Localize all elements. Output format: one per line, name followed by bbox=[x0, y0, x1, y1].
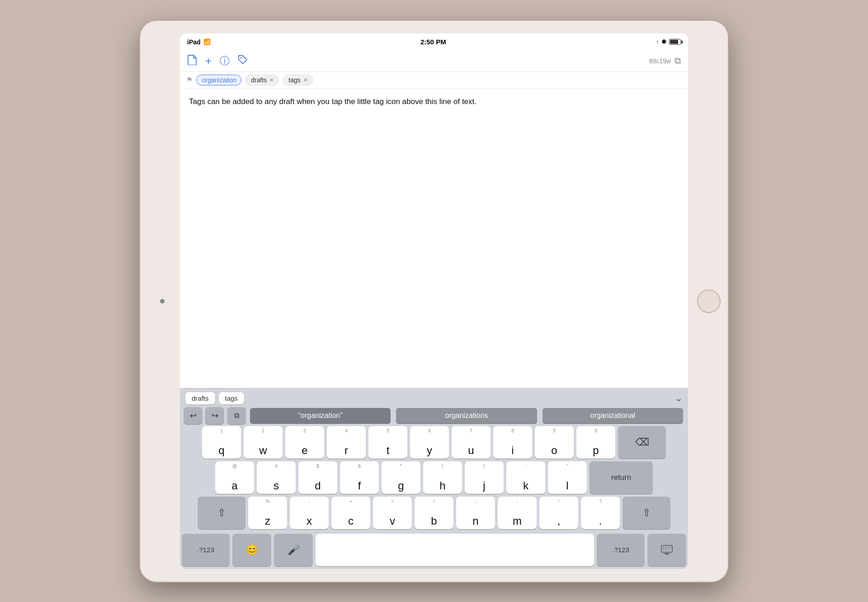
key-x[interactable]: -x bbox=[290, 497, 329, 529]
toolbar-left: + ⓘ bbox=[187, 54, 248, 68]
status-bar: iPad 📶 2:50 PM ↑ ✱ bbox=[180, 33, 688, 51]
status-time: 2:50 PM bbox=[420, 38, 446, 46]
return-key[interactable]: return bbox=[590, 461, 653, 494]
copy-button[interactable]: ⧉ bbox=[675, 56, 681, 66]
emoji-key[interactable]: 😊 bbox=[232, 534, 271, 566]
key-k[interactable]: 'k bbox=[506, 461, 545, 494]
key-n[interactable]: ;n bbox=[456, 497, 495, 529]
keyboard-chevron-down[interactable]: ⌄ bbox=[675, 393, 683, 403]
word-count-label: 89c19w bbox=[649, 57, 671, 65]
shift-key-left[interactable]: ⇧ bbox=[198, 497, 245, 529]
undo-button[interactable]: ↩ bbox=[184, 407, 203, 424]
svg-rect-1 bbox=[661, 545, 672, 552]
backspace-key[interactable]: ⌫ bbox=[618, 426, 666, 459]
key-m[interactable]: :m bbox=[498, 497, 537, 529]
key-comma[interactable]: !, bbox=[539, 497, 578, 529]
key-g[interactable]: *g bbox=[382, 461, 420, 494]
keyboard-rows: 1q 2w 3e 4r 5t 6y 7u 8i 9o 0p ⌫ @a #s $d bbox=[180, 426, 688, 534]
tags-bar: ⚑ organization drafts ✕ tags ✕ bbox=[180, 72, 688, 89]
tag-close-tags[interactable]: ✕ bbox=[303, 77, 308, 83]
wifi-icon: 📶 bbox=[203, 38, 211, 45]
shortcut-chip-drafts[interactable]: drafts bbox=[185, 392, 215, 404]
key-d[interactable]: $d bbox=[298, 461, 337, 494]
bottom-row: .?123 😊 🎤 .?123 bbox=[180, 534, 688, 569]
autocomplete-btn-1[interactable]: organizations bbox=[396, 408, 537, 423]
camera-dot bbox=[160, 299, 165, 303]
editor-area[interactable]: Tags can be added to any draft when you … bbox=[180, 89, 688, 388]
tag-close-drafts[interactable]: ✕ bbox=[269, 77, 274, 83]
bluetooth-icon: ✱ bbox=[661, 38, 666, 45]
key-q[interactable]: 1q bbox=[202, 426, 241, 459]
battery-icon bbox=[669, 39, 681, 45]
ipad-screen: iPad 📶 2:50 PM ↑ ✱ + bbox=[180, 33, 688, 569]
status-left: iPad 📶 bbox=[187, 38, 211, 46]
key-r[interactable]: 4r bbox=[327, 426, 366, 459]
key-c[interactable]: +c bbox=[331, 497, 370, 529]
shift-key-right[interactable]: ⇧ bbox=[623, 497, 670, 529]
home-button[interactable] bbox=[697, 289, 721, 313]
key-row-2: @a #s $d &f *g (h )j 'k "l return bbox=[182, 461, 686, 494]
redo-button[interactable]: ↪ bbox=[205, 407, 224, 424]
key-i[interactable]: 8i bbox=[493, 426, 532, 459]
tag-label-tags: tags bbox=[288, 76, 300, 84]
shortcut-tags: drafts tags bbox=[185, 392, 244, 404]
tag-chip-drafts[interactable]: drafts ✕ bbox=[245, 75, 279, 85]
paste-button[interactable]: ⧉ bbox=[227, 407, 246, 424]
key-a[interactable]: @a bbox=[215, 461, 254, 494]
key-row-3: ⇧ %z -x +c =v /b ;n :m !, ?. ⇧ bbox=[182, 497, 686, 529]
tag-label-organization: organization bbox=[202, 76, 236, 84]
key-u[interactable]: 7u bbox=[452, 426, 491, 459]
tag-chip-tags[interactable]: tags ✕ bbox=[283, 75, 312, 85]
shortcut-bar: drafts tags ⌄ bbox=[180, 389, 688, 406]
key-row-1: 1q 2w 3e 4r 5t 6y 7u 8i 9o 0p ⌫ bbox=[182, 426, 686, 459]
editor-content: Tags can be added to any draft when you … bbox=[189, 96, 679, 108]
ipad-frame: iPad 📶 2:50 PM ↑ ✱ + bbox=[140, 21, 728, 582]
add-button[interactable]: + bbox=[205, 55, 212, 67]
tag-label-drafts: drafts bbox=[251, 76, 267, 84]
key-f[interactable]: &f bbox=[340, 461, 379, 494]
space-key[interactable] bbox=[316, 534, 594, 566]
key-period[interactable]: ?. bbox=[581, 497, 620, 529]
new-doc-button[interactable] bbox=[187, 54, 197, 68]
info-button[interactable]: ⓘ bbox=[220, 54, 230, 68]
flag-icon: ⚑ bbox=[186, 76, 193, 84]
key-h[interactable]: (h bbox=[423, 461, 462, 494]
key-y[interactable]: 6y bbox=[410, 426, 449, 459]
key-p[interactable]: 0p bbox=[576, 426, 615, 459]
tag-button[interactable] bbox=[238, 55, 248, 67]
mic-key[interactable]: 🎤 bbox=[274, 534, 313, 566]
num-sym-key-right[interactable]: .?123 bbox=[597, 534, 645, 566]
keyboard-area: drafts tags ⌄ ↩ ↪ ⧉ “organization” organ… bbox=[180, 388, 688, 569]
key-b[interactable]: /b bbox=[415, 497, 453, 529]
num-sym-key-left[interactable]: .?123 bbox=[182, 534, 230, 566]
toolbar: + ⓘ 89c19w ⧉ bbox=[180, 51, 688, 72]
tag-chip-organization[interactable]: organization bbox=[196, 75, 241, 85]
device-name-label: iPad bbox=[187, 38, 201, 46]
key-z[interactable]: %z bbox=[248, 497, 287, 529]
key-o[interactable]: 9o bbox=[535, 426, 574, 459]
autocomplete-btn-2[interactable]: organizational bbox=[542, 408, 683, 423]
key-l[interactable]: "l bbox=[548, 461, 587, 494]
arrow-up-icon: ↑ bbox=[656, 39, 659, 45]
key-t[interactable]: 5t bbox=[368, 426, 407, 459]
status-right: ↑ ✱ bbox=[656, 38, 681, 45]
keyboard-dismiss-key[interactable] bbox=[647, 534, 686, 566]
autocomplete-btn-0[interactable]: “organization” bbox=[250, 408, 391, 423]
key-j[interactable]: )j bbox=[465, 461, 504, 494]
key-e[interactable]: 3e bbox=[285, 426, 324, 459]
key-s[interactable]: #s bbox=[257, 461, 296, 494]
toolbar-right: 89c19w ⧉ bbox=[649, 56, 681, 66]
key-w[interactable]: 2w bbox=[244, 426, 283, 459]
key-v[interactable]: =v bbox=[373, 497, 412, 529]
svg-point-0 bbox=[241, 57, 242, 58]
shortcut-chip-tags[interactable]: tags bbox=[219, 392, 244, 404]
